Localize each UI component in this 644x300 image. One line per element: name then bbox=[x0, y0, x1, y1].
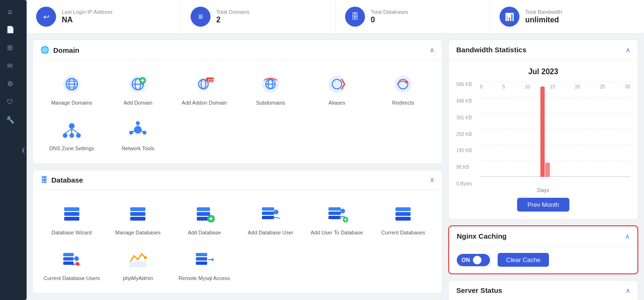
manage-domains-icon bbox=[59, 72, 84, 97]
nginx-body: ON Clear Cache bbox=[449, 246, 637, 273]
bar-12 bbox=[535, 176, 540, 177]
bar-27 bbox=[611, 176, 615, 177]
database-panel-header: 🗄 Database ∧ bbox=[33, 170, 442, 190]
network-tools-item[interactable]: Network Tools bbox=[107, 114, 170, 155]
bar-30 bbox=[625, 176, 630, 177]
current-database-users-item[interactable]: Current Database Users bbox=[40, 243, 103, 285]
remote-mysql-item[interactable]: Remote Mysql Access bbox=[173, 243, 236, 285]
domain-panel-toggle[interactable]: ∧ bbox=[430, 46, 434, 54]
add-addon-domain-item[interactable]: .COM Add Addon Domain bbox=[173, 68, 236, 110]
server-status-header: Server Status ∧ bbox=[449, 281, 638, 300]
svg-marker-77 bbox=[212, 258, 214, 261]
bar-26 bbox=[606, 176, 610, 177]
sidebar-mail-icon[interactable]: ✉ bbox=[2, 58, 18, 73]
bar-14 bbox=[545, 163, 550, 177]
bar-4 bbox=[495, 176, 500, 177]
domain-panel: 🌐 Domain ∧ Manage Domains bbox=[32, 39, 442, 164]
add-user-to-database-icon bbox=[325, 202, 349, 226]
database-panel-toggle[interactable]: ∧ bbox=[430, 176, 434, 184]
domain-title-icon: 🌐 bbox=[40, 46, 49, 54]
left-panels: 🌐 Domain ∧ Manage Domains bbox=[32, 39, 442, 300]
add-database-user-item[interactable]: Add Database User bbox=[240, 198, 302, 240]
aliases-item[interactable]: Aliases bbox=[306, 68, 368, 110]
total-domains-label: Total Domains bbox=[216, 9, 250, 15]
svg-rect-68 bbox=[63, 257, 74, 261]
domain-panel-header: 🌐 Domain ∧ bbox=[33, 40, 442, 60]
manage-databases-item[interactable]: Manage Databases bbox=[107, 198, 170, 240]
remote-mysql-icon bbox=[192, 247, 217, 272]
bar-8 bbox=[515, 176, 520, 177]
y-label-391kb: 391 KB bbox=[456, 115, 477, 120]
nginx-toggle-on[interactable]: ON bbox=[457, 254, 490, 266]
svg-rect-67 bbox=[63, 253, 74, 256]
bar-16 bbox=[555, 176, 560, 177]
stat-bandwidth-info: Total Bandwidth unlimited bbox=[525, 9, 562, 24]
add-database-item[interactable]: Add Database bbox=[173, 198, 236, 240]
svg-point-30 bbox=[76, 133, 81, 138]
subdomains-item[interactable]: Subdomains bbox=[240, 68, 302, 110]
svg-line-39 bbox=[141, 131, 143, 132]
clear-cache-button[interactable]: Clear Cache bbox=[498, 253, 549, 267]
redirects-item[interactable]: Redirects bbox=[372, 68, 435, 110]
bar-10 bbox=[525, 176, 530, 177]
prev-month-button[interactable]: Prev Month bbox=[517, 198, 569, 212]
last-login-value: NA bbox=[62, 16, 113, 24]
svg-rect-75 bbox=[196, 257, 207, 261]
chart-y-labels: 0 Bytes 98 KB 195 KB 293 KB 391 KB 488 K… bbox=[456, 82, 480, 186]
stat-total-databases: 🗄 Total Databases 0 bbox=[336, 0, 490, 33]
add-domain-item[interactable]: Add Domain bbox=[107, 68, 170, 110]
svg-point-60 bbox=[340, 209, 345, 213]
bar-13 bbox=[540, 87, 545, 177]
manage-databases-icon bbox=[125, 202, 150, 226]
bar-29 bbox=[621, 176, 625, 177]
svg-rect-76 bbox=[196, 261, 207, 265]
bar-17 bbox=[560, 176, 565, 177]
svg-line-31 bbox=[65, 129, 72, 133]
server-status-toggle[interactable]: ∧ bbox=[625, 287, 630, 294]
bandwidth-title: Bandwidth Statistics bbox=[456, 46, 527, 54]
sidebar-file-icon[interactable]: 📄 bbox=[2, 22, 18, 37]
bar-20 bbox=[576, 176, 580, 177]
dns-zone-icon bbox=[59, 117, 84, 142]
bandwidth-toggle[interactable]: ∧ bbox=[625, 46, 630, 54]
svg-point-29 bbox=[69, 133, 74, 138]
add-user-to-database-item[interactable]: Add User To Database bbox=[306, 198, 368, 240]
bars-container bbox=[480, 82, 630, 177]
add-domain-icon bbox=[125, 72, 150, 97]
svg-rect-42 bbox=[64, 212, 79, 216]
sidebar-shield-icon[interactable]: 🛡 bbox=[2, 94, 18, 109]
current-databases-item[interactable]: Current Databases bbox=[372, 198, 435, 240]
stat-last-login: ↩ Last Login IP Address NA bbox=[27, 0, 181, 33]
bar-22 bbox=[586, 176, 590, 177]
sidebar-grid-icon[interactable]: ⊞ bbox=[2, 40, 18, 55]
svg-rect-54 bbox=[262, 212, 274, 215]
manage-domains-item[interactable]: Manage Domains bbox=[40, 68, 103, 110]
sidebar-wrench-icon[interactable]: 🔧 bbox=[2, 112, 18, 127]
nginx-toggle[interactable]: ∧ bbox=[625, 232, 630, 240]
right-panel: Bandwidth Statistics ∧ Jul 2023 0 Bytes … bbox=[448, 39, 638, 300]
bar-3 bbox=[490, 176, 495, 177]
dns-zone-settings-item[interactable]: DNS Zone Settings bbox=[40, 114, 103, 155]
sidebar-settings-icon[interactable]: ⚙ bbox=[2, 76, 18, 91]
total-domains-icon: ≡ bbox=[191, 7, 211, 27]
phpmyadmin-item[interactable]: phpMyAdmin bbox=[107, 243, 170, 285]
sidebar-collapse-arrow[interactable]: ❮ bbox=[20, 0, 27, 300]
bar-18 bbox=[566, 176, 570, 177]
stat-domains-info: Total Domains 2 bbox=[216, 9, 250, 24]
svg-rect-41 bbox=[64, 207, 79, 211]
bar-5 bbox=[500, 176, 505, 177]
bandwidth-body: Jul 2023 0 Bytes 98 KB 195 KB 293 KB 391… bbox=[449, 60, 638, 219]
bar-21 bbox=[580, 176, 585, 177]
server-status-title: Server Status bbox=[456, 286, 502, 294]
svg-rect-53 bbox=[262, 207, 274, 211]
bar-19 bbox=[570, 176, 575, 177]
sidebar-home-icon[interactable]: ⌂ bbox=[2, 4, 18, 19]
database-wizard-item[interactable]: Database Wizard bbox=[40, 198, 103, 240]
chart-month: Jul 2023 bbox=[456, 68, 630, 76]
svg-point-56 bbox=[274, 210, 279, 214]
bar-28 bbox=[615, 176, 620, 177]
svg-text:.COM: .COM bbox=[207, 78, 216, 83]
bar-2 bbox=[485, 176, 490, 177]
phpmyadmin-icon bbox=[125, 247, 150, 272]
svg-rect-72 bbox=[129, 261, 146, 267]
